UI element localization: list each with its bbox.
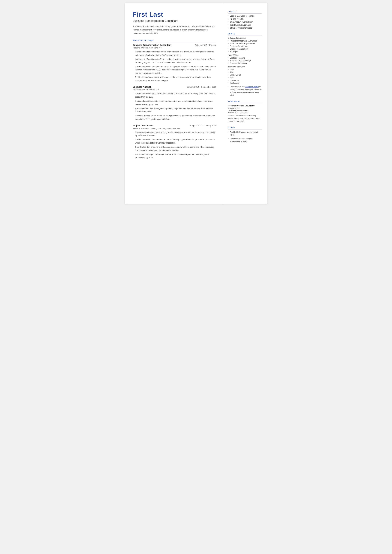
- contact-phone: +1-234-456-789: [228, 18, 262, 20]
- other-item-2: Certified Business Analysis Professional…: [228, 137, 262, 143]
- job-title-2: Business Analyst: [133, 86, 151, 88]
- job-dates-1: October 2016 – Present: [195, 44, 216, 46]
- job-header-1: Business Transformation Consultant Octob…: [133, 44, 217, 46]
- resume-worded-link[interactable]: Resume Worded: [245, 86, 259, 88]
- work-experience-label: WORK EXPERIENCE: [133, 39, 217, 42]
- skill-hard-2: Business Process Design: [228, 60, 262, 62]
- job-block-2: Business Analyst February 2014 – Septemb…: [133, 86, 217, 121]
- job-company-2: Growthsi, San Francisco, CA: [133, 88, 217, 91]
- edu-university: Resume Worded University: [228, 105, 262, 107]
- skills-section: SKILLS Industry Knowledge: Project Manag…: [228, 33, 262, 97]
- skills-list-industry: Project Management (Advanced) Market Ana…: [228, 40, 262, 53]
- skill-tool-2: Jira: [228, 71, 262, 73]
- bullet-2-2: Designed an automated system for monitor…: [133, 99, 217, 106]
- edu-field: Business Management: [228, 109, 262, 112]
- other-list: Certified in Process Improvement (CPI) C…: [228, 131, 262, 143]
- skills-list-tools: Visio Jira MS Power BI Agile SharePoint …: [228, 69, 262, 84]
- skills-list-hard: Strategic Planning Business Process Desi…: [228, 57, 262, 64]
- contact-location: Boston, MA (Open to Remote): [228, 15, 262, 17]
- job-dates-3: August 2011 – January 2014: [190, 125, 216, 127]
- skill-tool-4: Agile: [228, 77, 262, 79]
- edu-date: Boston, MA — July 2011: [228, 112, 262, 114]
- job-title-header: Business Transformation Consultant: [133, 19, 217, 23]
- full-name: First Last: [133, 11, 217, 18]
- skill-hard-3: Business Processing: [228, 62, 262, 64]
- bullet-2-4: Provided training to 30+ users on new pr…: [133, 114, 217, 121]
- skill-tool-1: Visio: [228, 69, 262, 71]
- contact-github: github.com/resumeworded: [228, 27, 262, 29]
- education-label: EDUCATION: [228, 100, 262, 103]
- summary-text: Business transformation consultant with …: [133, 25, 217, 35]
- other-section: OTHER Certified in Process Improvement (…: [228, 127, 262, 143]
- skill-industry-4: Change Management: [228, 48, 262, 50]
- skills-category-hard: Hard Skills:: [228, 54, 262, 56]
- job-bullets-1: Designed and implemented a data entry pr…: [133, 50, 217, 82]
- edu-awards: Awards: Resume Worded Teaching Fellow (o…: [228, 114, 262, 123]
- skill-tool-5: SharePoint: [228, 79, 262, 82]
- resume-page: First Last Business Transformation Consu…: [125, 3, 267, 204]
- bullet-1-2: Led the transformation of a $1M+ busines…: [133, 58, 217, 64]
- job-company-3: Resume Worded's Exciting Company, New Yo…: [133, 127, 217, 129]
- education-section: EDUCATION Resume Worded University Maste…: [228, 100, 262, 123]
- bullet-1-1: Designed and implemented a data entry pr…: [133, 50, 217, 57]
- job-title-1: Business Transformation Consultant: [133, 44, 171, 46]
- sidebar-column: CONTACT Boston, MA (Open to Remote) +1-2…: [223, 3, 267, 204]
- other-label: OTHER: [228, 127, 262, 129]
- bullet-3-3: Coordinated 10+ projects to enhance proc…: [133, 146, 217, 152]
- main-column: First Last Business Transformation Consu…: [125, 3, 223, 204]
- job-title-3: Project Coordinator: [133, 124, 153, 127]
- skill-industry-5: Six Sigma: [228, 50, 262, 53]
- skill-tool-6: Confluence: [228, 82, 262, 84]
- contact-email: email@resumeworded.com: [228, 21, 262, 23]
- skills-category-industry: Industry Knowledge:: [228, 37, 262, 39]
- resume-tip: Don't forget to use Resume Worded to sca…: [228, 85, 262, 97]
- header-section: First Last Business Transformation Consu…: [133, 11, 217, 35]
- other-item-1: Certified in Process Improvement (CPI): [228, 131, 262, 136]
- job-block-1: Business Transformation Consultant Octob…: [133, 44, 217, 82]
- bullet-3-2: Collaborated with 2 other departments to…: [133, 138, 217, 145]
- skill-industry-2: Market Analysis (Experienced): [228, 42, 262, 45]
- edu-degree: Master of Arts: [228, 107, 262, 109]
- bullet-1-3: Collaborated with 3 team members to desi…: [133, 65, 217, 75]
- job-bullets-3: Developed an internal training program f…: [133, 131, 217, 159]
- job-header-2: Business Analyst February 2014 – Septemb…: [133, 86, 217, 88]
- job-company-1: Resume Worded, New York, NY: [133, 47, 217, 49]
- contact-section: CONTACT Boston, MA (Open to Remote) +1-2…: [228, 11, 262, 29]
- bullet-2-1: Collaborated with the sales team to crea…: [133, 92, 217, 99]
- skills-category-tools: Tools and Software:: [228, 66, 262, 68]
- contact-label: CONTACT: [228, 11, 262, 14]
- skill-industry-1: Project Management (Advanced): [228, 40, 262, 42]
- bullet-2-3: Recommended new strategies for process i…: [133, 107, 217, 113]
- work-experience-section: WORK EXPERIENCE Business Transformation …: [133, 39, 217, 159]
- job-block-3: Project Coordinator August 2011 – Januar…: [133, 124, 217, 159]
- tip-prefix-text: Don't forget to use: [230, 86, 245, 88]
- job-header-3: Project Coordinator August 2011 – Januar…: [133, 124, 217, 127]
- bullet-1-4: Digitized laborious manual tasks across …: [133, 76, 217, 82]
- job-dates-2: February 2014 – September 2016: [186, 86, 216, 88]
- contact-linkedin: linkedin.com/in/username: [228, 24, 262, 26]
- skill-industry-3: Business Architecture: [228, 45, 262, 47]
- skills-label: SKILLS: [228, 33, 262, 36]
- contact-list: Boston, MA (Open to Remote) +1-234-456-7…: [228, 15, 262, 29]
- skill-tool-3: MS Power BI: [228, 74, 262, 76]
- skill-hard-1: Strategic Planning: [228, 57, 262, 59]
- bullet-3-1: Developed an internal training program f…: [133, 131, 217, 137]
- bullet-3-4: Facilitated training for 20+ departmenta…: [133, 153, 217, 160]
- job-bullets-2: Collaborated with the sales team to crea…: [133, 92, 217, 121]
